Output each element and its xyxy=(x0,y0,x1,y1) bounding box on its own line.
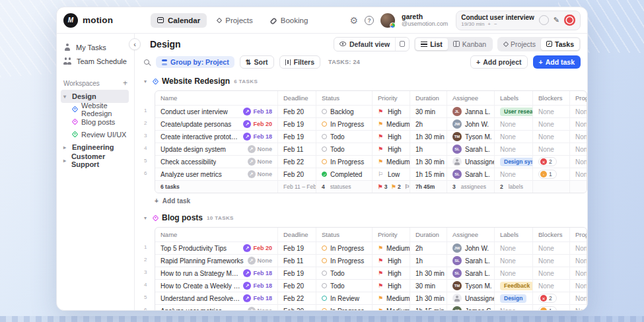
labels-cell[interactable]: None xyxy=(495,255,533,267)
assignee-cell[interactable]: SLSarah L. xyxy=(447,143,495,155)
deadline-cell[interactable]: Feb 19 xyxy=(278,267,316,279)
assignee-cell[interactable]: SLSarah L. xyxy=(447,255,495,267)
deadline-cell[interactable]: Feb 22 xyxy=(278,292,316,304)
assignee-cell[interactable]: Unassigned xyxy=(447,156,495,168)
view-kanban[interactable]: Kanban xyxy=(448,38,491,50)
tab-calendar[interactable]: Calendar xyxy=(151,13,207,28)
progress-cell[interactable]: None xyxy=(570,143,587,155)
table-row[interactable]: How to Create a Weekly Plan↗Feb 18Feb 20… xyxy=(155,279,587,292)
chevron-down-icon[interactable]: ▾ xyxy=(144,79,149,84)
column-header-progress[interactable]: Progress xyxy=(570,228,587,242)
assignee-cell[interactable]: JLJanna L. xyxy=(447,106,495,117)
priority-cell[interactable]: ⚑High xyxy=(373,280,410,292)
status-cell[interactable]: Todo xyxy=(316,280,373,292)
tab-projects[interactable]: Projects xyxy=(211,13,260,28)
user-avatar[interactable] xyxy=(380,13,395,28)
status-cell[interactable]: In Progress xyxy=(316,118,373,130)
duration-cell[interactable]: 1h 15 min xyxy=(410,305,447,310)
table-row[interactable]: Conduct user interview↗Feb 18Feb 20Backl… xyxy=(155,105,587,117)
table-row[interactable]: Create interactive prototypes↗Feb 18Feb … xyxy=(155,130,587,143)
labels-cell[interactable]: Feedback xyxy=(495,280,533,292)
default-view-button[interactable]: Default view xyxy=(334,37,410,51)
project-review-ui-ux[interactable]: Review UI/UX xyxy=(63,128,129,141)
workspace-engineering[interactable]: ▸ Engineering xyxy=(61,141,129,154)
task-name-cell[interactable]: Create/update personas↗Feb 20 xyxy=(155,118,278,130)
table-row[interactable]: Check accessibility↗NoneFeb 22In Progres… xyxy=(155,155,587,168)
search-icon[interactable] xyxy=(144,59,149,65)
duration-cell[interactable]: 30 min xyxy=(410,280,447,292)
column-header-labels[interactable]: Labels xyxy=(495,228,533,242)
sort-button[interactable]: ⇅ Sort xyxy=(240,55,274,69)
status-cell[interactable]: In Progress xyxy=(316,156,373,168)
progress-cell[interactable]: None xyxy=(570,292,587,304)
blockers-cell[interactable]: None xyxy=(533,143,570,155)
progress-cell[interactable]: None xyxy=(570,131,587,143)
duration-cell[interactable]: 1h 30 min xyxy=(410,156,447,168)
column-header-blockers[interactable]: Blockers xyxy=(533,228,570,242)
assignee-cell[interactable]: SLSarah L. xyxy=(447,267,495,279)
status-cell[interactable]: In Review xyxy=(316,292,373,304)
task-name-cell[interactable]: Top 5 Productivity Tips↗Feb 20 xyxy=(155,242,278,254)
status-cell[interactable]: Backlog xyxy=(316,106,373,117)
section-title[interactable]: Website Redesign xyxy=(162,77,230,86)
priority-cell[interactable]: ⚑Medium xyxy=(373,292,410,304)
assignee-cell[interactable]: JWJohn W. xyxy=(447,118,495,130)
progress-cell[interactable]: None xyxy=(570,168,587,180)
task-name-cell[interactable]: How to Create a Weekly Plan↗Feb 18 xyxy=(155,280,278,292)
progress-cell[interactable]: None xyxy=(570,267,587,279)
add-project-button[interactable]: + Add project xyxy=(470,55,527,69)
progress-cell[interactable]: None xyxy=(570,156,587,168)
complete-task-icon[interactable] xyxy=(539,15,549,25)
status-cell[interactable]: In Progress xyxy=(316,305,373,310)
add-workspace-button[interactable]: + xyxy=(122,79,129,88)
deadline-cell[interactable]: Feb 20 xyxy=(278,168,316,180)
blockers-cell[interactable]: None xyxy=(533,242,570,254)
blockers-cell[interactable]: None xyxy=(533,131,570,143)
task-name-cell[interactable]: Conduct user interview↗Feb 18 xyxy=(155,106,278,117)
column-header-status[interactable]: Status xyxy=(316,91,373,105)
deadline-cell[interactable]: Feb 19 xyxy=(278,242,316,254)
status-cell[interactable]: In Progress xyxy=(316,242,373,254)
status-cell[interactable]: Todo xyxy=(316,143,373,155)
duration-cell[interactable]: 1h 30 min xyxy=(410,267,447,279)
progress-cell[interactable]: None xyxy=(570,255,587,267)
labels-cell[interactable]: None xyxy=(495,168,533,180)
blockers-cell[interactable]: None xyxy=(533,106,570,117)
deadline-cell[interactable]: Feb 20 xyxy=(278,305,316,310)
duration-cell[interactable]: 2h xyxy=(410,242,447,254)
table-row[interactable]: Analyze user metrics↗NoneFeb 20✓Complete… xyxy=(155,168,587,180)
user-info[interactable]: gareth @usemotion.com xyxy=(402,13,448,27)
column-header-deadline[interactable]: Deadline xyxy=(278,228,316,242)
scope-projects[interactable]: Projects xyxy=(499,38,541,50)
column-header-status[interactable]: Status xyxy=(316,228,373,242)
table-row[interactable]: Top 5 Productivity Tips↗Feb 20Feb 19In P… xyxy=(155,242,587,254)
progress-cell[interactable]: None xyxy=(570,280,587,292)
deadline-cell[interactable]: Feb 20 xyxy=(278,106,316,117)
blockers-cell[interactable]: ✕2 xyxy=(533,156,570,168)
column-header-priority[interactable]: Priority xyxy=(373,91,410,105)
progress-cell[interactable]: None xyxy=(570,305,587,310)
status-cell[interactable]: Todo xyxy=(316,267,373,279)
duration-cell[interactable]: 2h xyxy=(410,118,447,130)
labels-cell[interactable]: None xyxy=(495,118,533,130)
table-row[interactable]: Create/update personas↗Feb 20Feb 19In Pr… xyxy=(155,117,587,130)
column-header-name[interactable]: Name xyxy=(155,228,278,242)
labels-cell[interactable]: None xyxy=(495,131,533,143)
blockers-cell[interactable]: ›1 xyxy=(533,305,570,310)
duration-cell[interactable]: 30 min xyxy=(410,106,447,117)
assignee-cell[interactable]: Unassigned xyxy=(447,292,495,304)
status-cell[interactable]: ✓Completed xyxy=(316,168,373,180)
labels-cell[interactable]: None xyxy=(495,143,533,155)
sidebar-item-team-schedule[interactable]: Team Schedule xyxy=(63,54,129,68)
timer-plus-button[interactable]: + xyxy=(487,21,491,27)
column-header-assignee[interactable]: Assignee xyxy=(447,91,495,105)
column-header-labels[interactable]: Labels xyxy=(495,91,533,105)
priority-cell[interactable]: ⚑High xyxy=(373,106,410,117)
column-header-deadline[interactable]: Deadline xyxy=(278,91,316,105)
table-row[interactable]: How to run a Strategy Meeting↗Feb 18Feb … xyxy=(155,267,587,279)
assignee-cell[interactable]: TMTyson M. xyxy=(447,131,495,143)
view-list[interactable]: List xyxy=(415,38,448,50)
task-name-cell[interactable]: How to run a Strategy Meeting↗Feb 18 xyxy=(155,267,278,279)
scope-tasks[interactable]: ✓ Tasks xyxy=(541,38,579,50)
section-add-task-button[interactable]: + Add task xyxy=(155,195,587,207)
